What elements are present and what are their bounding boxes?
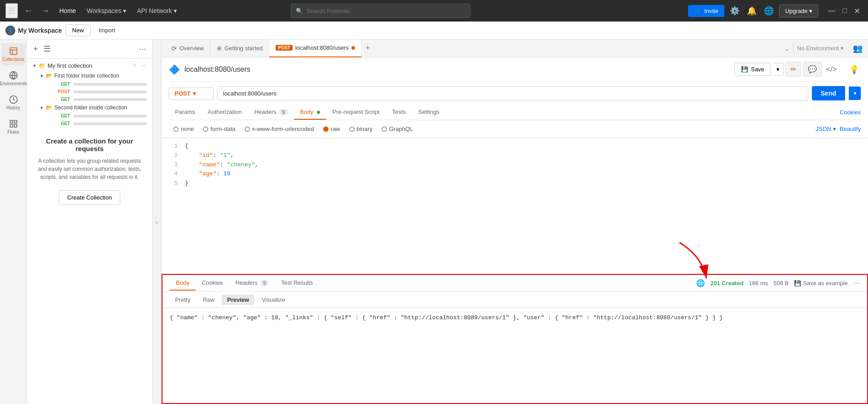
resp-tab-headers[interactable]: Headers 9 xyxy=(229,276,275,291)
save-dropdown-button[interactable]: ▾ xyxy=(773,63,784,76)
resp-tab-body[interactable]: Body xyxy=(170,276,196,291)
tab-getting-started[interactable]: ⊕ Getting started xyxy=(210,39,269,57)
notifications-icon[interactable]: 🔔 xyxy=(745,4,758,17)
forward-button[interactable]: → xyxy=(39,4,52,17)
resp-body-tab-raw[interactable]: Raw xyxy=(197,295,220,305)
request-bar xyxy=(74,83,147,86)
collection-name-row[interactable]: ▼ 📁 My first collection ☆ ··· xyxy=(29,60,150,71)
body-option-raw[interactable]: raw xyxy=(319,124,345,134)
tab-overview[interactable]: ⟳ Overview xyxy=(165,39,210,57)
home-link[interactable]: Home xyxy=(56,5,79,16)
folder-icon-2: 📂 xyxy=(46,104,53,111)
folder-name-row-2[interactable]: ▼ 📂 Second folder inside collection xyxy=(36,103,150,112)
tab-body[interactable]: Body xyxy=(294,105,326,120)
create-collection-button[interactable]: Create Collection xyxy=(59,190,121,205)
maximize-button[interactable]: □ xyxy=(840,5,850,17)
collection-actions: ☆ ··· xyxy=(131,61,147,70)
cookies-button[interactable]: Cookies xyxy=(840,105,861,119)
resp-tab-test-results[interactable]: Test Results xyxy=(275,276,319,291)
request-bar xyxy=(74,91,147,93)
tab-settings[interactable]: Settings xyxy=(412,105,446,120)
lightbulb-button[interactable]: 💡 xyxy=(847,63,861,76)
star-button[interactable]: ☆ xyxy=(131,61,139,70)
sidebar-item-environments[interactable]: Environments xyxy=(1,67,26,90)
add-tab-button[interactable]: + xyxy=(362,43,374,53)
code-editor[interactable]: 1 { 2 "id": "1", 3 "name": "cheney", 4 "… xyxy=(162,138,868,274)
svg-rect-5 xyxy=(10,125,13,127)
send-dropdown-button[interactable]: ▾ xyxy=(849,87,861,100)
method-selector[interactable]: POST ▾ xyxy=(169,87,214,100)
response-tabs-bar: Body Cookies Headers 9 Test Results 🌐 20… xyxy=(162,275,867,292)
code-line-5: 5 } xyxy=(169,179,861,188)
folder-expand-icon-2: ▼ xyxy=(39,105,44,110)
folder-item-2: ▼ 📂 Second folder inside collection GET … xyxy=(36,103,150,127)
request-item-get-4[interactable]: GET xyxy=(50,120,150,127)
folder-name-row-1[interactable]: ▼ 📂 First folder inside collection xyxy=(36,71,150,80)
resp-body-tab-preview[interactable]: Preview xyxy=(222,295,254,305)
tab-tests[interactable]: Tests xyxy=(386,105,412,120)
workspace-selector[interactable]: 👤 My Workspace xyxy=(5,26,62,35)
folder-expand-icon-1: ▼ xyxy=(39,74,44,78)
tab-params[interactable]: Params xyxy=(169,105,202,120)
invite-button[interactable]: 👤 Invite xyxy=(688,5,724,17)
upgrade-button[interactable]: Upgrade ▾ xyxy=(779,4,818,17)
edit-button[interactable]: ✏ xyxy=(785,62,801,77)
menu-icon[interactable]: ☰ xyxy=(5,3,18,18)
collaborator-button[interactable]: 👥 xyxy=(851,42,864,55)
body-option-binary[interactable]: binary xyxy=(345,124,377,134)
minimize-button[interactable]: — xyxy=(825,5,838,17)
request-item-get-2[interactable]: GET xyxy=(50,96,150,103)
resp-body-tab-visualize[interactable]: Visualize xyxy=(256,295,290,305)
code-button[interactable]: </> xyxy=(824,63,839,76)
workspaces-dropdown[interactable]: Workspaces ▾ xyxy=(83,5,130,16)
resp-body-tab-pretty[interactable]: Pretty xyxy=(170,295,196,305)
close-button[interactable]: ✕ xyxy=(851,5,863,17)
collections-header: + ☰ ··· xyxy=(27,39,152,59)
radio-form-data xyxy=(203,126,208,132)
environment-selector[interactable]: No Environment ▾ xyxy=(793,43,847,53)
more-options-button[interactable]: ··· xyxy=(138,43,147,55)
body-option-graphql[interactable]: GraphQL xyxy=(377,124,417,134)
save-example-button[interactable]: 💾 Save as example xyxy=(794,280,848,287)
settings-icon[interactable]: ⚙️ xyxy=(728,4,741,17)
beautify-button[interactable]: Beautify xyxy=(840,126,861,132)
body-option-form-data[interactable]: form-data xyxy=(198,124,240,134)
collapse-toggle[interactable]: › xyxy=(153,39,162,404)
new-button[interactable]: New xyxy=(66,24,91,36)
code-line-2: 2 "id": "1", xyxy=(169,151,861,161)
send-button[interactable]: Send xyxy=(812,86,845,100)
sidebar-item-collections[interactable]: Collections xyxy=(1,43,26,65)
tab-post-request[interactable]: POST localhost:8080/users xyxy=(269,39,361,57)
body-option-url-encoded[interactable]: x-www-form-urlencoded xyxy=(240,124,319,134)
search-input[interactable] xyxy=(307,8,465,14)
red-arrow xyxy=(666,238,720,283)
url-bar: POST ▾ Send ▾ xyxy=(169,82,861,105)
back-button[interactable]: ← xyxy=(22,4,35,17)
add-collection-button[interactable]: + xyxy=(32,43,39,55)
save-button[interactable]: 💾 Save xyxy=(734,63,771,76)
response-more-button[interactable]: ··· xyxy=(853,278,860,288)
resp-tab-cookies[interactable]: Cookies xyxy=(196,276,229,291)
svg-rect-0 xyxy=(10,48,17,55)
request-item-get-1[interactable]: GET xyxy=(50,80,150,88)
api-network-dropdown[interactable]: API Network ▾ xyxy=(133,5,180,16)
import-button[interactable]: Import xyxy=(94,25,120,36)
avatar-icon[interactable]: 🌐 xyxy=(762,4,776,17)
sidebar-item-history[interactable]: History xyxy=(1,91,26,114)
body-option-none[interactable]: none xyxy=(169,124,198,134)
request-item-post-1[interactable]: POST xyxy=(50,88,150,96)
comment-button[interactable]: 💬 xyxy=(803,62,822,77)
json-selector[interactable]: JSON ▾ xyxy=(815,126,836,132)
collection-more-button[interactable]: ··· xyxy=(140,61,147,70)
tabs-dropdown-button[interactable]: ⌄ xyxy=(784,45,789,52)
tab-authorization[interactable]: Authorization xyxy=(202,105,248,120)
request-item-get-3[interactable]: GET xyxy=(50,112,150,120)
tab-headers[interactable]: Headers 9 xyxy=(248,105,294,120)
request-type-icon: 🔷 xyxy=(169,64,180,75)
sidebar-item-flows[interactable]: Flows xyxy=(1,116,26,138)
tab-pre-request[interactable]: Pre-request Script xyxy=(326,105,386,120)
filter-button[interactable]: ☰ xyxy=(43,43,52,55)
getting-started-icon: ⊕ xyxy=(217,45,222,52)
url-input[interactable] xyxy=(217,87,808,100)
body-dot xyxy=(317,111,320,114)
